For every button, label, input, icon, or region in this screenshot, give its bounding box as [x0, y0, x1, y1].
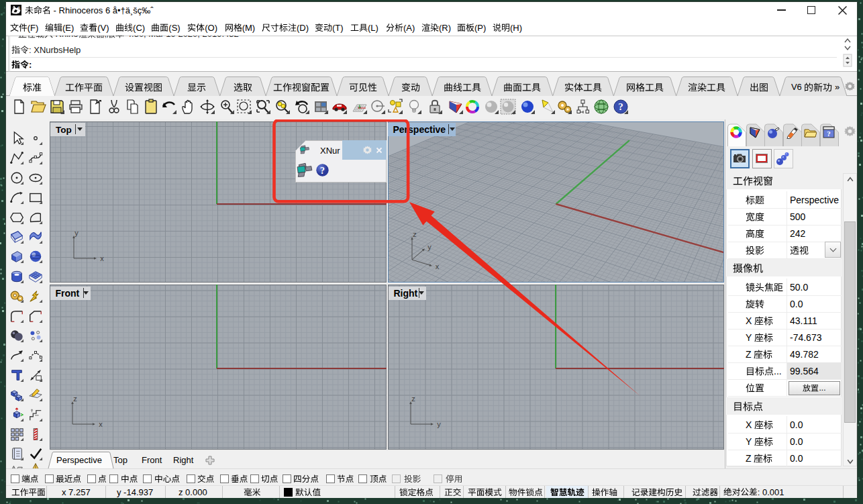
svg-text:6: 6 — [17, 5, 21, 11]
svg-text:?: ? — [827, 130, 831, 138]
svg-text:?: ? — [618, 101, 623, 112]
